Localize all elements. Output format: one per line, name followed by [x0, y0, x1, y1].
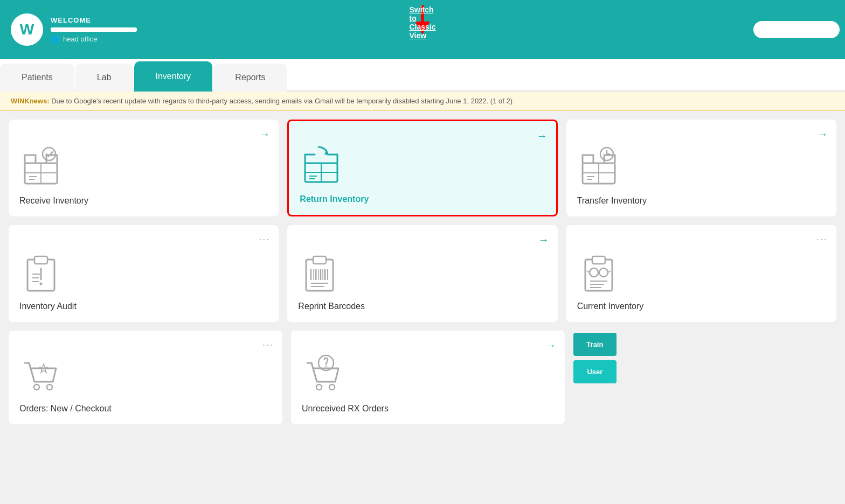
card-grid-row2: ··· Inventory Audit → [9, 225, 836, 322]
unreceived-rx-icon [302, 352, 554, 395]
card-grid-row3: ··· Orders: New / Checkout → [9, 331, 836, 424]
header: W WELCOME 🌐 head office Switch to Classi… [0, 0, 845, 59]
right-sidebar: Train User [573, 331, 617, 424]
current-inventory-icon [577, 250, 826, 293]
header-right [753, 0, 845, 59]
tab-lab-label: Lab [97, 73, 112, 82]
welcome-label: WELCOME [51, 16, 137, 24]
card-inventory-audit[interactable]: ··· Inventory Audit [9, 225, 279, 322]
tab-patients[interactable]: Patients [0, 64, 74, 92]
globe-icon: 🌐 [51, 35, 60, 44]
receive-inventory-icon [19, 144, 268, 187]
tab-bar: Patients Lab Inventory Reports [0, 59, 845, 92]
orders-icon [19, 352, 272, 395]
card-reprint-barcodes[interactable]: → [287, 225, 557, 322]
logo: W [11, 13, 43, 46]
arrow-icon: → [538, 234, 549, 246]
tab-lab[interactable]: Lab [75, 64, 133, 92]
svg-point-47 [34, 384, 39, 390]
tab-reports[interactable]: Reports [213, 64, 287, 92]
tab-inventory-label: Inventory [156, 72, 191, 81]
logo-letter: W [20, 21, 34, 38]
dots-icon: ··· [816, 234, 828, 245]
svg-rect-26 [313, 256, 326, 264]
reprint-barcodes-icon [298, 250, 546, 293]
svg-point-52 [325, 366, 327, 368]
current-inventory-label: Current Inventory [577, 302, 826, 311]
dots-icon: ··· [262, 339, 274, 351]
svg-point-50 [316, 384, 322, 390]
news-prefix: WINKnews: [11, 97, 50, 105]
return-inventory-icon [300, 143, 545, 186]
header-user-info: WELCOME 🌐 head office [51, 16, 137, 44]
switch-classic-button[interactable]: Switch to Classic View [409, 5, 435, 40]
switch-classic-wrapper: Switch to Classic View [415, 5, 430, 34]
card-grid-row1: → Receive Inventory [9, 120, 836, 216]
return-inventory-label: Return Inventory [300, 194, 545, 204]
svg-rect-38 [592, 256, 605, 264]
card-transfer-inventory[interactable]: → Transfer Inventory [566, 120, 836, 216]
inventory-audit-label: Inventory Audit [19, 302, 268, 311]
card-current-inventory[interactable]: ··· Current Invento [566, 225, 836, 322]
card-unreceived-rx-orders[interactable]: → Unreceived RX Orders [291, 331, 565, 424]
svg-point-40 [599, 268, 608, 277]
receive-inventory-label: Receive Inventory [19, 196, 268, 206]
transfer-inventory-icon [577, 144, 826, 187]
svg-point-21 [40, 283, 43, 285]
office-info: 🌐 head office [51, 35, 137, 44]
svg-point-39 [590, 268, 598, 277]
svg-point-51 [329, 384, 335, 390]
train-button[interactable]: Train [573, 333, 617, 356]
tab-reports-label: Reports [235, 73, 265, 82]
arrow-icon: → [545, 339, 556, 352]
svg-rect-19 [34, 256, 47, 264]
orders-label: Orders: New / Checkout [19, 404, 272, 414]
tab-inventory[interactable]: Inventory [134, 61, 213, 92]
news-banner: WINKnews: Due to Google's recent update … [0, 92, 845, 111]
arrow-icon: → [259, 128, 270, 141]
svg-point-3 [43, 148, 56, 160]
arrow-icon: → [817, 128, 828, 141]
transfer-inventory-label: Transfer Inventory [577, 196, 826, 206]
reprint-barcodes-label: Reprint Barcodes [298, 302, 546, 311]
header-search[interactable] [753, 21, 840, 38]
card-orders-new-checkout[interactable]: ··· Orders: New / Checkout [9, 331, 282, 424]
arrow-icon: → [537, 130, 548, 142]
unreceived-rx-label: Unreceived RX Orders [302, 404, 554, 414]
username-bar [51, 27, 137, 32]
svg-point-48 [47, 384, 52, 390]
office-label: head office [63, 35, 97, 43]
card-receive-inventory[interactable]: → Receive Inventory [9, 120, 279, 216]
inventory-audit-icon [19, 250, 268, 293]
news-text: Due to Google's recent update with regar… [51, 97, 512, 105]
tab-patients-label: Patients [22, 73, 53, 82]
dots-icon: ··· [259, 234, 270, 245]
user-button[interactable]: User [573, 360, 617, 383]
card-return-inventory[interactable]: → Return Inventory [287, 120, 557, 216]
main-content: → Receive Inventory [0, 111, 845, 433]
